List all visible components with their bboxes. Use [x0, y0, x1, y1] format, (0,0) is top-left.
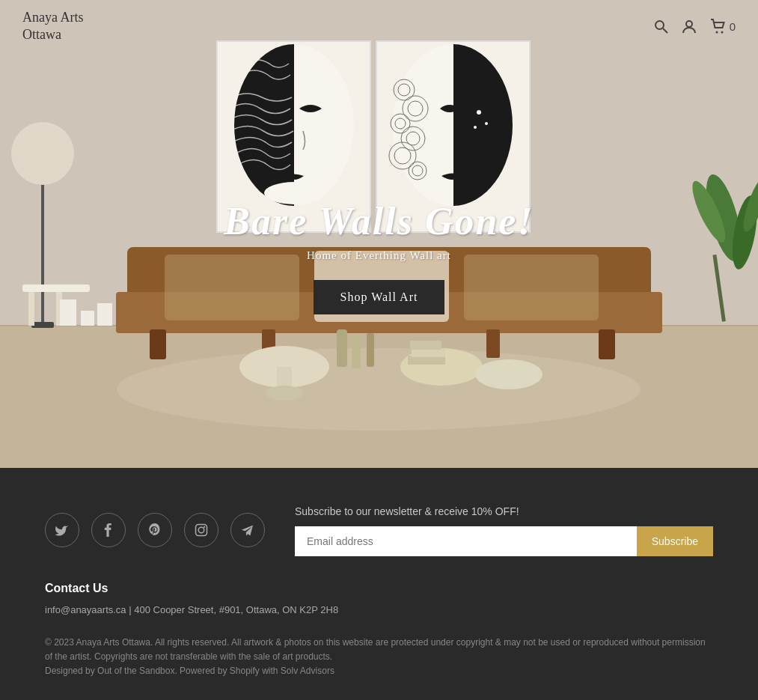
newsletter-subscribe-button[interactable]: Subscribe [637, 526, 713, 556]
twitter-button[interactable] [45, 513, 79, 547]
telegram-button[interactable] [230, 513, 265, 547]
contact-info: info@anayaarts.ca | 400 Cooper Street, #… [45, 603, 713, 618]
svg-point-3 [715, 31, 718, 34]
pinterest-icon [149, 523, 161, 537]
footer-top: Subscribe to our newsletter & receive 10… [45, 505, 713, 556]
cart-icon [710, 19, 727, 34]
contact-address: 400 Cooper Street, #901, Ottawa, ON K2P … [134, 604, 338, 615]
cart-count: 0 [730, 20, 736, 33]
svg-point-2 [686, 21, 692, 27]
social-links [45, 513, 265, 547]
svg-rect-68 [196, 525, 207, 536]
shop-wall-art-button[interactable]: Shop Wall Art [314, 280, 445, 314]
site-footer: Subscribe to our newsletter & receive 10… [0, 468, 758, 700]
contact-email: info@anayaarts.ca [45, 604, 126, 615]
facebook-icon [103, 523, 114, 537]
user-icon [682, 19, 697, 34]
designed-by-text: Designed by Out of the Sandbox. Powered … [45, 664, 713, 678]
hero-overlay: Bare Walls Gone! Home of Everthing Wall … [0, 0, 758, 468]
site-logo[interactable]: Anaya Arts Ottawa [22, 9, 83, 44]
newsletter-text: Subscribe to our newsletter & receive 10… [295, 505, 713, 517]
account-button[interactable] [682, 19, 697, 34]
hero-section: Bare Walls Gone! Home of Everthing Wall … [0, 0, 758, 468]
hero-subtitle: Home of Everthing Wall art [307, 249, 451, 262]
svg-point-70 [204, 526, 205, 528]
svg-line-1 [663, 28, 667, 33]
site-header: Anaya Arts Ottawa 0 [0, 0, 758, 53]
contact-title: Contact Us [45, 582, 713, 595]
newsletter-section: Subscribe to our newsletter & receive 10… [295, 505, 713, 556]
copyright-text: © 2023 Anaya Arts Ottawa. All rights res… [45, 636, 713, 664]
svg-point-4 [721, 31, 723, 34]
instagram-icon [195, 523, 208, 537]
facebook-button[interactable] [91, 513, 126, 547]
search-icon [653, 19, 668, 34]
copyright-section: © 2023 Anaya Arts Ottawa. All rights res… [45, 636, 713, 679]
search-button[interactable] [653, 19, 668, 34]
hero-title: Bare Walls Gone! [224, 199, 534, 243]
newsletter-form: Subscribe [295, 526, 713, 556]
newsletter-email-input[interactable] [295, 526, 637, 556]
cart-button[interactable]: 0 [710, 19, 736, 34]
twitter-icon [55, 524, 69, 536]
header-icons: 0 [653, 19, 736, 34]
svg-point-69 [198, 527, 204, 533]
telegram-icon [241, 524, 254, 536]
contact-section: Contact Us info@anayaarts.ca | 400 Coope… [45, 574, 713, 618]
pinterest-button[interactable] [138, 513, 172, 547]
instagram-button[interactable] [184, 513, 218, 547]
svg-point-0 [655, 21, 664, 29]
